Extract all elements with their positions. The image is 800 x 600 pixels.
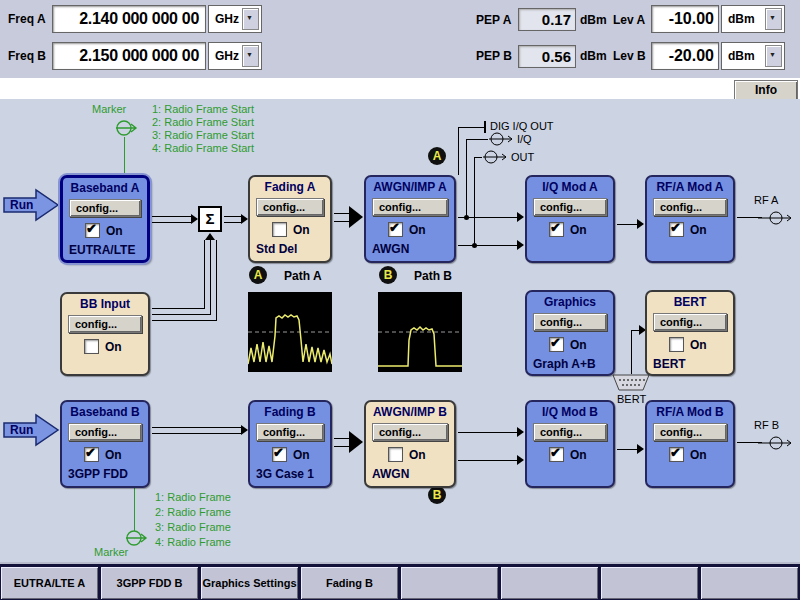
rf-a-connector-icon: [758, 210, 794, 226]
block-title: BERT: [647, 292, 733, 309]
lev-b-input[interactable]: -20.00: [651, 42, 719, 70]
path-b-badge: B: [428, 486, 446, 504]
on-checkbox[interactable]: [669, 447, 684, 462]
block-fading-b[interactable]: Fading B config... On 3G Case 1: [248, 400, 332, 488]
wire: [458, 127, 484, 128]
config-button[interactable]: config...: [533, 423, 607, 441]
block-rf-mod-a[interactable]: RF/A Mod A config... On: [645, 175, 735, 263]
on-checkbox[interactable]: [85, 223, 100, 238]
softkey-fading-b[interactable]: Fading B: [301, 567, 398, 599]
config-button[interactable]: config...: [68, 315, 142, 333]
on-checkbox[interactable]: [272, 447, 287, 462]
on-checkbox[interactable]: [388, 447, 403, 462]
on-label: On: [570, 338, 587, 352]
wire: [210, 240, 211, 315]
block-baseband-b[interactable]: Baseband B config... On 3GPP FDD: [60, 400, 150, 488]
wire: [631, 330, 632, 374]
on-checkbox[interactable]: [272, 222, 287, 237]
block-sublabel: AWGN: [372, 242, 454, 256]
block-title: Baseband A: [63, 178, 147, 195]
junction-dot: [464, 215, 469, 220]
lev-b-unit: dBm: [728, 49, 755, 63]
block-fading-a[interactable]: Fading A config... On Std Del: [248, 175, 332, 263]
on-checkbox[interactable]: [84, 339, 99, 354]
freq-a-unit-combo[interactable]: GHz: [208, 5, 262, 33]
block-iq-mod-b[interactable]: I/Q Mod B config... On: [525, 400, 615, 488]
path-b-label: Path B: [414, 269, 452, 283]
marker-label: Marker: [94, 546, 128, 558]
dropdown-arrow-icon[interactable]: [765, 45, 782, 67]
arrowhead: [517, 455, 524, 465]
softkey-empty[interactable]: [701, 567, 798, 599]
rf-b-label: RF B: [754, 419, 779, 431]
block-awgn-imp-a[interactable]: AWGN/IMP A config... On AWGN: [364, 175, 456, 263]
config-button[interactable]: config...: [69, 199, 141, 217]
softkey-empty[interactable]: [501, 567, 598, 599]
config-button[interactable]: config...: [372, 423, 448, 441]
config-button[interactable]: config...: [533, 198, 607, 216]
block-graphics[interactable]: Graphics config... On Graph A+B: [525, 290, 615, 376]
path-a-badge: A: [249, 266, 267, 284]
info-button[interactable]: Info: [734, 80, 798, 101]
on-label: On: [106, 224, 123, 238]
softkey-bar: EUTRA/LTE A 3GPP FDD B Graphics Settings…: [0, 562, 800, 600]
block-bert[interactable]: BERT config... On BERT: [645, 290, 735, 376]
softkey-graphics-settings[interactable]: Graphics Settings: [201, 567, 298, 599]
dropdown-arrow-icon[interactable]: [242, 8, 259, 30]
config-button[interactable]: config...: [653, 198, 727, 216]
softkey-empty[interactable]: [401, 567, 498, 599]
block-title: I/Q Mod A: [527, 177, 613, 194]
block-rf-mod-b[interactable]: RF/A Mod B config... On: [645, 400, 735, 488]
freq-b-unit-combo[interactable]: GHz: [208, 42, 262, 70]
wire: [474, 157, 482, 158]
wire: [204, 240, 205, 309]
marker-wire: [124, 137, 125, 175]
sum-node: Σ: [198, 206, 222, 232]
lev-b-label: Lev B: [613, 49, 646, 63]
arrowhead: [517, 212, 524, 222]
block-sublabel: 3GPP FDD: [68, 467, 148, 481]
config-button[interactable]: config...: [653, 313, 727, 331]
block-awgn-imp-b[interactable]: AWGN/IMP B config... On AWGN: [364, 400, 456, 488]
arrowhead: [241, 425, 248, 435]
path-a-badge: A: [428, 147, 446, 165]
block-bb-input[interactable]: BB Input config... On: [60, 292, 150, 376]
on-label: On: [690, 223, 707, 237]
on-checkbox[interactable]: [669, 337, 684, 352]
bert-connector-icon: [612, 374, 650, 391]
on-label: On: [293, 448, 310, 462]
rf-b-connector-icon: [758, 435, 794, 451]
on-checkbox[interactable]: [549, 222, 564, 237]
terminal-bar: [484, 121, 486, 133]
arrowhead: [205, 233, 215, 240]
dropdown-arrow-icon[interactable]: [765, 8, 782, 30]
lev-b-unit-combo[interactable]: dBm: [721, 42, 785, 70]
arrowhead: [349, 206, 363, 228]
block-baseband-a[interactable]: Baseband A config... On EUTRA/LTE: [60, 175, 150, 263]
softkey-empty[interactable]: [601, 567, 698, 599]
block-iq-mod-a[interactable]: I/Q Mod A config... On: [525, 175, 615, 263]
config-button[interactable]: config...: [372, 198, 448, 216]
config-button[interactable]: config...: [256, 198, 324, 216]
on-label: On: [409, 223, 426, 237]
on-checkbox[interactable]: [84, 447, 99, 462]
config-button[interactable]: config...: [533, 313, 607, 331]
wire: [152, 314, 211, 315]
lev-a-input[interactable]: -10.00: [651, 5, 719, 33]
lev-a-unit-combo[interactable]: dBm: [721, 5, 785, 33]
dropdown-arrow-icon[interactable]: [242, 45, 259, 67]
freq-b-input[interactable]: 2.150 000 000 00: [52, 42, 206, 70]
config-button[interactable]: config...: [256, 423, 324, 441]
on-checkbox[interactable]: [669, 222, 684, 237]
marker-line: 3: Radio Frame: [155, 521, 231, 533]
config-button[interactable]: config...: [68, 423, 142, 441]
on-checkbox[interactable]: [549, 337, 564, 352]
config-button[interactable]: config...: [653, 423, 727, 441]
on-checkbox[interactable]: [388, 222, 403, 237]
softkey-3gpp-fdd-b[interactable]: 3GPP FDD B: [101, 567, 198, 599]
softkey-eutra-lte-a[interactable]: EUTRA/LTE A: [1, 567, 98, 599]
arrowhead: [191, 214, 198, 224]
freq-a-input[interactable]: 2.140 000 000 00: [52, 5, 206, 33]
wire: [474, 157, 475, 246]
on-checkbox[interactable]: [549, 447, 564, 462]
